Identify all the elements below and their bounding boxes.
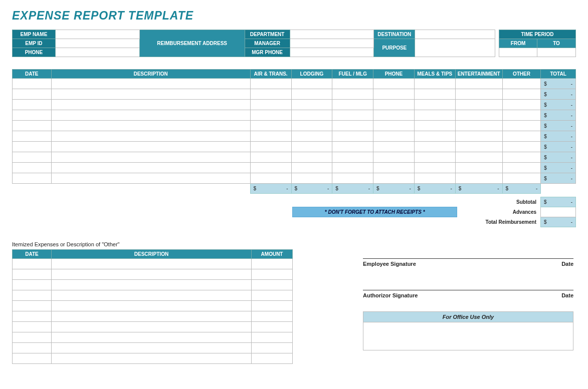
sum-air: $- (250, 184, 291, 194)
expense-row: $- (13, 89, 576, 100)
item-col-date: DATE (13, 250, 52, 259)
field-phone[interactable] (55, 48, 139, 57)
col-lodging: LODGING (291, 70, 332, 79)
col-air: AIR & TRANS. (250, 70, 291, 79)
item-row (13, 259, 293, 269)
item-row (13, 311, 293, 322)
field-emp-id[interactable] (55, 39, 139, 48)
label-dept: DEPARTMENT (245, 30, 290, 39)
label-emp-id: EMP ID (13, 39, 56, 48)
expense-row: $- (13, 100, 576, 110)
label-manager: MANAGER (245, 39, 290, 48)
total-reimb-label: Total Reimbursement (457, 217, 541, 227)
field-from[interactable] (499, 48, 537, 57)
row-total: $- (541, 79, 576, 89)
row-total: $- (541, 163, 576, 173)
col-desc: DESCRIPTION (51, 70, 250, 79)
itemized-table: DATE DESCRIPTION AMOUNT (12, 249, 293, 364)
employee-sig-label: Employee Signature (363, 261, 416, 267)
page-title: EXPENSE REPORT TEMPLATE (12, 9, 576, 23)
label-to: TO (537, 39, 576, 48)
authorizor-sig-date-label: Date (561, 292, 573, 298)
item-row (13, 332, 293, 343)
field-dept[interactable] (290, 30, 374, 39)
label-time-period: TIME PERIOD (499, 30, 576, 39)
expense-row: $- (13, 173, 576, 184)
expense-table: DATE DESCRIPTION AIR & TRANS. LODGING FU… (12, 69, 576, 194)
field-to[interactable] (537, 48, 576, 57)
item-row (13, 343, 293, 353)
label-destination: DESTINATION (374, 30, 415, 39)
expense-row: $- (13, 163, 576, 173)
header-table: EMP NAME REIMBURSEMENT ADDRESS DEPARTMEN… (12, 30, 576, 57)
col-phone: PHONE (373, 70, 415, 79)
expense-row: $- (13, 79, 576, 89)
field-manager[interactable] (290, 39, 374, 48)
total-reimb-value: $- (541, 217, 576, 227)
row-total: $- (541, 100, 576, 110)
authorizor-sig-label: Authorizor Signature (363, 292, 418, 298)
field-purpose[interactable] (415, 39, 495, 57)
row-total: $- (541, 152, 576, 163)
expense-row: $- (13, 152, 576, 163)
row-total: $- (541, 142, 576, 152)
col-total: TOTAL (541, 70, 576, 79)
item-col-desc: DESCRIPTION (51, 250, 251, 259)
subtotal-value: $- (541, 197, 576, 207)
field-emp-name[interactable] (55, 30, 139, 39)
receipt-note: * DON'T FORGET TO ATTACH RECEIPTS * (293, 207, 457, 217)
label-from: FROM (499, 39, 537, 48)
item-row (13, 353, 293, 364)
sum-lodging: $- (291, 184, 332, 194)
label-reimb-addr: REIMBURSEMENT ADDRESS (139, 30, 245, 57)
sum-ent: $- (455, 184, 502, 194)
field-mgr-phone[interactable] (290, 48, 374, 57)
item-row (13, 290, 293, 301)
row-total: $- (541, 110, 576, 121)
label-emp-name: EMP NAME (13, 30, 56, 39)
sum-meals: $- (414, 184, 455, 194)
label-phone: PHONE (13, 48, 56, 57)
col-date: DATE (13, 70, 52, 79)
expense-row: $- (13, 142, 576, 152)
label-purpose: PURPOSE (374, 39, 415, 57)
item-row (13, 280, 293, 290)
row-total: $- (541, 131, 576, 142)
authorizor-signature: Authorizor Signature Date (363, 267, 573, 298)
col-fuel: FUEL / MLG (332, 70, 373, 79)
row-total: $- (541, 121, 576, 131)
item-col-amount: AMOUNT (252, 250, 293, 259)
label-mgr-phone: MGR PHONE (245, 48, 290, 57)
col-ent: ENTERTAINMENT (455, 70, 502, 79)
sum-phone: $- (373, 184, 415, 194)
expense-header-row: DATE DESCRIPTION AIR & TRANS. LODGING FU… (13, 70, 576, 79)
office-use-header: For Office Use Only (363, 311, 573, 322)
expense-row: $- (13, 131, 576, 142)
column-sums-row: $- $- $- $- $- $- $- (13, 184, 576, 194)
row-total: $- (541, 89, 576, 100)
field-destination[interactable] (415, 30, 495, 39)
employee-signature: Employee Signature Date (363, 235, 573, 267)
item-row (13, 301, 293, 311)
itemized-note: Itemized Expenses or Description of "Oth… (12, 241, 293, 247)
item-row (13, 269, 293, 280)
row-total: $- (541, 173, 576, 184)
sum-fuel: $- (332, 184, 373, 194)
employee-sig-date-label: Date (561, 261, 573, 267)
item-row (13, 322, 293, 332)
sum-other: $- (502, 184, 541, 194)
col-other: OTHER (502, 70, 541, 79)
advances-value[interactable] (541, 207, 576, 217)
col-meals: MEALS & TIPS (414, 70, 455, 79)
advances-label: Advances (457, 207, 541, 217)
subtotal-label: Subtotal (457, 197, 541, 207)
expense-row: $- (13, 121, 576, 131)
expense-row: $- (13, 110, 576, 121)
office-use-body[interactable] (363, 322, 573, 350)
